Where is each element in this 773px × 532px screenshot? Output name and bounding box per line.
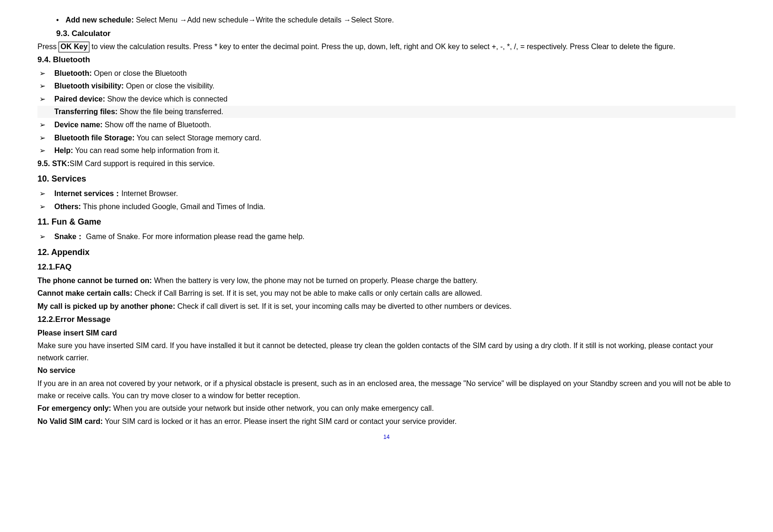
text: Show the device which is connected xyxy=(105,95,228,103)
bullet-dot-icon: • xyxy=(37,14,66,26)
chevron-right-icon: ➢ xyxy=(37,231,54,243)
error-emergency: For emergency only: When you are outside… xyxy=(37,402,736,415)
heading-9-4: 9.4. Bluetooth xyxy=(37,53,736,66)
list-item: ➢ Bluetooth: Open or close the Bluetooth xyxy=(37,67,736,80)
heading-12: 12. Appendix xyxy=(37,246,736,259)
chevron-right-icon: ➢ xyxy=(37,67,54,80)
list-item: ➢ Paired device: Show the device which i… xyxy=(37,93,736,105)
bullet-text: Bluetooth file Storage: You can select S… xyxy=(54,132,736,144)
label: Cannot make certain calls: xyxy=(37,289,133,297)
text-post: to view the calculation results. Press *… xyxy=(89,43,675,51)
chevron-right-icon: ➢ xyxy=(37,119,54,131)
chevron-right-icon: ➢ xyxy=(37,188,54,200)
heading-12-1: 12.1.FAQ xyxy=(37,261,736,273)
text: When the battery is very low, the phone … xyxy=(152,277,478,284)
text-pre: Press xyxy=(37,43,59,51)
text: Check if call divert is set. If it is se… xyxy=(175,302,512,310)
label: Transferring files: xyxy=(54,108,118,116)
label: No Valid SIM card: xyxy=(37,417,103,425)
label: Others: xyxy=(54,203,81,211)
chevron-right-icon: ➢ xyxy=(37,145,54,157)
bullet-text: Internet services：Internet Browser. xyxy=(54,188,736,200)
list-item: ➢ Bluetooth file Storage: You can select… xyxy=(37,132,736,144)
list-item: ➢ Others: This phone included Google, Gm… xyxy=(37,201,736,213)
bullet-text: Others: This phone included Google, Gmai… xyxy=(54,201,736,213)
error-heading-sim: Please insert SIM card xyxy=(37,327,736,339)
error-heading-noservice: No service xyxy=(37,364,736,377)
text: SIM Card support is required in this ser… xyxy=(69,160,214,168)
bullet-text: Snake： Game of Snake. For more informati… xyxy=(54,231,736,243)
list-item: ➢ Snake： Game of Snake. For more informa… xyxy=(37,231,736,243)
chevron-right-icon: ➢ xyxy=(37,201,54,213)
faq-item: Cannot make certain calls: Check if Call… xyxy=(37,287,736,299)
list-item: ➢ Internet services：Internet Browser. xyxy=(37,188,736,200)
list-item: ➢ Help: You can read some help informati… xyxy=(37,145,736,157)
chevron-right-icon: ➢ xyxy=(37,93,54,105)
label: Snake： xyxy=(54,233,84,240)
heading-10: 10. Services xyxy=(37,172,736,186)
page-number: 14 xyxy=(37,433,736,442)
bullet-add-new-schedule: • Add new schedule: Select Menu →Add new… xyxy=(37,14,736,26)
list-item: ➢ Device name: Show off the name of Blue… xyxy=(37,119,736,131)
faq-item: The phone cannot be turned on: When the … xyxy=(37,275,736,287)
error-invalid-sim: No Valid SIM card: Your SIM card is lock… xyxy=(37,415,736,428)
text: Select Menu →Add new schedule→Write the … xyxy=(134,16,394,24)
ok-key-box: OK Key xyxy=(59,42,89,52)
text: Show off the name of Bluetooth. xyxy=(103,121,211,129)
text: You can read some help information from … xyxy=(73,146,220,154)
text: Check if Call Barring is set. If it is s… xyxy=(133,289,482,297)
heading-11: 11. Fun & Game xyxy=(37,215,736,229)
list-item-transfer: Transferring files: Show the file being … xyxy=(37,106,736,118)
label: Internet services： xyxy=(54,189,121,197)
label: Bluetooth visibility: xyxy=(54,82,124,90)
chevron-right-icon: ➢ xyxy=(37,80,54,92)
text: Open or close the Bluetooth xyxy=(92,69,187,77)
text: Open or close the visibility. xyxy=(124,82,214,90)
list-item: ➢ Bluetooth visibility: Open or close th… xyxy=(37,80,736,92)
label: Help: xyxy=(54,146,73,154)
heading-12-2: 12.2.Error Message xyxy=(37,313,736,326)
text: Game of Snake. For more information plea… xyxy=(84,233,304,240)
error-text-sim: Make sure you have inserted SIM card. If… xyxy=(37,340,736,364)
calculator-paragraph: Press OK Key to view the calculation res… xyxy=(37,41,736,53)
label: Device name: xyxy=(54,121,103,129)
text: Show the file being transferred. xyxy=(118,108,223,116)
label: For emergency only: xyxy=(37,404,111,412)
text: When you are outside your network but in… xyxy=(111,404,434,412)
bullet-text: Device name: Show off the name of Blueto… xyxy=(54,119,736,131)
label: Add new schedule: xyxy=(66,16,134,24)
label: Paired device: xyxy=(54,95,105,103)
bullet-text: Bluetooth: Open or close the Bluetooth xyxy=(54,67,736,80)
heading-9-5: 9.5. STK:SIM Card support is required in… xyxy=(37,158,736,170)
text: Internet Browser. xyxy=(121,189,178,197)
faq-item: My call is picked up by another phone: C… xyxy=(37,300,736,313)
text: You can select Storage memory card. xyxy=(135,134,261,142)
label: The phone cannot be turned on: xyxy=(37,277,152,284)
label: My call is picked up by another phone: xyxy=(37,302,175,310)
heading-9-3: 9.3. Calculator xyxy=(37,27,736,40)
text: This phone included Google, Gmail and Ti… xyxy=(81,203,265,211)
label: Bluetooth: xyxy=(54,69,92,77)
chevron-right-icon: ➢ xyxy=(37,132,54,144)
error-text-noservice: If you are in an area not covered by you… xyxy=(37,378,736,401)
label: Bluetooth file Storage: xyxy=(54,134,135,142)
bullet-text: Transferring files: Show the file being … xyxy=(54,106,736,118)
label: 9.5. STK: xyxy=(37,160,69,168)
bullet-text: Add new schedule: Select Menu →Add new s… xyxy=(66,14,736,26)
bullet-text: Bluetooth visibility: Open or close the … xyxy=(54,80,736,92)
bullet-text: Paired device: Show the device which is … xyxy=(54,93,736,105)
text: Your SIM card is locked or it has an err… xyxy=(103,417,457,425)
bullet-text: Help: You can read some help information… xyxy=(54,145,736,157)
